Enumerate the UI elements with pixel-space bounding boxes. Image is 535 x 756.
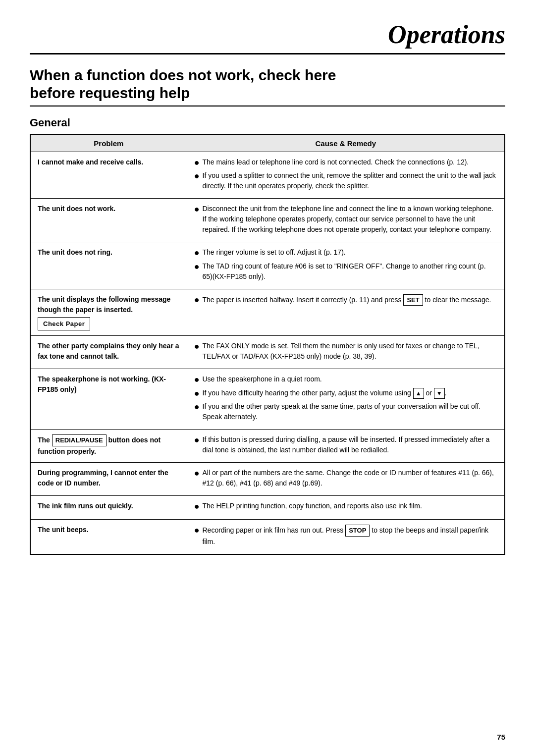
table-row: The unit beeps. ● Recording paper or ink… — [30, 520, 505, 554]
remedy-cell: ● Disconnect the unit from the telephone… — [187, 199, 505, 242]
stop-key: STOP — [345, 525, 370, 537]
troubleshoot-table: Problem Cause & Remedy I cannot make and… — [30, 134, 505, 555]
problem-cell: The REDIAL/PAUSE button does not functio… — [30, 430, 187, 463]
table-row: The unit displays the following message … — [30, 289, 505, 336]
remedy-cell: ● The mains lead or telephone line cord … — [187, 152, 505, 199]
arrow-down-key: ▼ — [434, 388, 445, 399]
bullet-icon: ● — [194, 434, 200, 446]
table-row: The speakerphone is not working. (KX-FP1… — [30, 369, 505, 430]
bullet-icon: ● — [194, 468, 200, 479]
arrow-up-key: ▲ — [413, 388, 424, 399]
remedy-cell: ● Use the speakerphone in a quiet room. … — [187, 369, 505, 430]
main-heading: When a function does not work, check her… — [30, 66, 505, 107]
bullet-icon: ● — [194, 204, 200, 215]
problem-cell: The unit does not ring. — [30, 242, 187, 289]
bullet-icon: ● — [194, 374, 200, 385]
operations-title: Operations — [388, 20, 505, 49]
table-row: The ink film runs out quickly. ● The HEL… — [30, 496, 505, 520]
bullet-icon: ● — [194, 247, 200, 259]
table-row: The unit does not work. ● Disconnect the… — [30, 199, 505, 242]
problem-cell: During programming, I cannot enter the c… — [30, 463, 187, 496]
table-row: The other party complains they only hear… — [30, 336, 505, 369]
table-row: The unit does not ring. ● The ringer vol… — [30, 242, 505, 289]
page-title: Operations — [30, 20, 505, 54]
check-paper-box: Check Paper — [38, 317, 90, 331]
problem-cell: The unit displays the following message … — [30, 289, 187, 336]
problem-cell: The unit beeps. — [30, 520, 187, 554]
bullet-icon: ● — [194, 525, 200, 536]
page: Operations When a function does not work… — [0, 0, 535, 756]
table-row: I cannot make and receive calls. ● The m… — [30, 152, 505, 199]
problem-cell: The ink film runs out quickly. — [30, 496, 187, 520]
bullet-icon: ● — [194, 261, 200, 272]
problem-cell: The other party complains they only hear… — [30, 336, 187, 369]
main-heading-line1: When a function does not work, check her… — [30, 67, 336, 83]
remedy-cell: ● The HELP printing function, copy funct… — [187, 496, 505, 520]
problem-cell: The speakerphone is not working. (KX-FP1… — [30, 369, 187, 430]
section-general: General — [30, 116, 505, 129]
bullet-icon: ● — [194, 157, 200, 168]
table-row: During programming, I cannot enter the c… — [30, 463, 505, 496]
remedy-cell: ● All or part of the numbers are the sam… — [187, 463, 505, 496]
remedy-cell: ● The paper is inserted halfway. Insert … — [187, 289, 505, 336]
bullet-icon: ● — [194, 294, 200, 306]
bullet-icon: ● — [194, 501, 200, 512]
main-heading-line2: before requesting help — [30, 85, 190, 101]
problem-cell: I cannot make and receive calls. — [30, 152, 187, 199]
col-remedy-header: Cause & Remedy — [187, 135, 505, 152]
bullet-icon: ● — [194, 401, 200, 413]
redial-pause-key: REDIAL/PAUSE — [52, 434, 107, 446]
problem-cell: The unit does not work. — [30, 199, 187, 242]
page-number: 75 — [497, 733, 505, 741]
col-problem-header: Problem — [30, 135, 187, 152]
set-key: SET — [403, 294, 423, 306]
remedy-cell: ● Recording paper or ink film has run ou… — [187, 520, 505, 554]
table-row: The REDIAL/PAUSE button does not functio… — [30, 430, 505, 463]
bullet-icon: ● — [194, 170, 200, 182]
bullet-icon: ● — [194, 388, 200, 399]
remedy-cell: ● The ringer volume is set to off. Adjus… — [187, 242, 505, 289]
remedy-cell: ● The FAX ONLY mode is set. Tell them th… — [187, 336, 505, 369]
remedy-cell: ● If this button is pressed during diall… — [187, 430, 505, 463]
bullet-icon: ● — [194, 341, 200, 352]
